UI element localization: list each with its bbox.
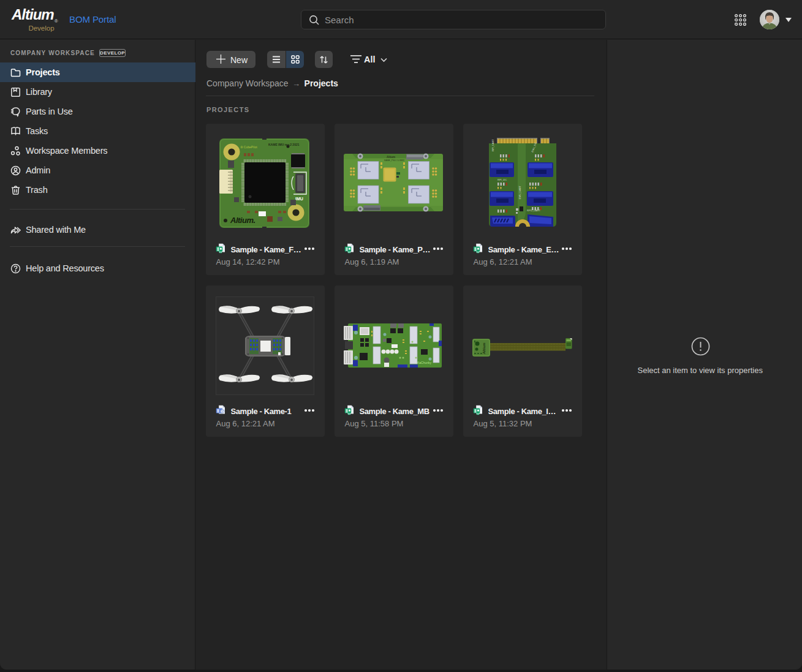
svg-text:KAME_PSU 2.0 MKII: KAME_PSU 2.0 MKII (384, 159, 404, 162)
svg-text:RPI2_UART: RPI2_UART (527, 209, 540, 212)
svg-text:⚙ CubePilot: ⚙ CubePilot (240, 145, 257, 149)
svg-text:KaChunky: KaChunky (417, 361, 432, 364)
svg-text:RPI_I2C: RPI_I2C (497, 178, 507, 181)
svg-text:Altium: Altium (482, 342, 486, 355)
svg-text:Altium.: Altium. (230, 216, 255, 225)
svg-text:RPI_UART: RPI_UART (491, 139, 494, 151)
svg-text:Altium: Altium (387, 156, 395, 159)
svg-text:IMU: IMU (295, 197, 303, 201)
svg-text:KAME IMU rev.2 2021: KAME IMU rev.2 2021 (268, 143, 300, 146)
svg-text:EMU_UART: EMU_UART (518, 186, 521, 199)
